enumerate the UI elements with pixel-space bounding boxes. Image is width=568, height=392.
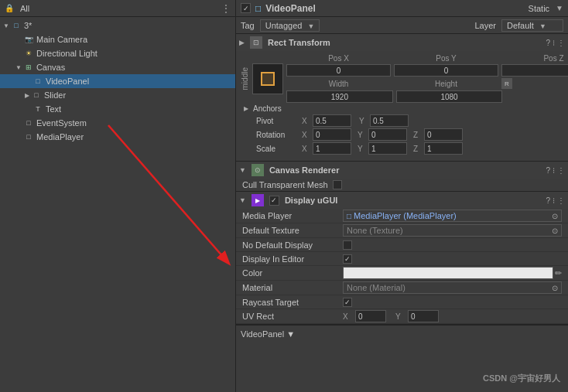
inspector-panel: ✓ □ VideoPanel Static ▼ Tag Untagged ▼ L…	[236, 0, 568, 392]
rot-z-field[interactable]	[424, 128, 463, 141]
width-field[interactable]	[286, 90, 393, 103]
raycast-target-label: Raycast Target	[242, 298, 343, 307]
scale-x-label: X	[302, 145, 311, 153]
checkbox-active[interactable]: ✓	[241, 3, 251, 13]
pivot-y-label: Y	[359, 117, 368, 125]
expand-anchors-icon[interactable]: ▶	[244, 105, 248, 112]
light-icon: ☀	[23, 48, 34, 59]
hierarchy-item-slider[interactable]: ▶ □ Slider	[0, 88, 235, 102]
hierarchy-item-mediaplayer[interactable]: □ MediaPlayer	[0, 130, 235, 144]
ugui-settings-icon[interactable]: ⁝	[553, 196, 555, 205]
layer-dropdown[interactable]: Default ▼	[501, 19, 563, 32]
scene-icon: □	[11, 20, 22, 31]
cull-checkbox[interactable]	[333, 180, 342, 189]
raycast-target-checkbox[interactable]	[343, 298, 352, 307]
pivot-x-field[interactable]	[313, 114, 351, 127]
rot-y-field[interactable]	[368, 128, 407, 141]
object-name: VideoPanel	[265, 3, 523, 14]
cull-row: Cull Transparent Mesh	[236, 179, 568, 191]
color-picker-icon[interactable]: ✏	[555, 268, 562, 278]
expand-canvas-icon: ▼	[15, 64, 22, 71]
static-dropdown-icon[interactable]: ▼	[556, 4, 563, 12]
display-ugui-title: Display uGUI	[285, 196, 543, 205]
ugui-menu-icon[interactable]: ⋮	[557, 196, 565, 205]
hierarchy-item-main-camera[interactable]: 📷 Main Camera	[0, 32, 235, 46]
uv-y-label: Y	[395, 312, 405, 321]
material-label: Material	[242, 283, 343, 292]
camera-icon: 📷	[23, 34, 34, 45]
rot-y-label: Y	[358, 131, 367, 139]
uv-x-field[interactable]	[355, 310, 386, 322]
tag-label: Tag	[241, 21, 255, 30]
r-button[interactable]: R	[501, 78, 512, 89]
media-player-field-value[interactable]: □ MediaPlayer (MediaPlayer) ⊙	[343, 210, 562, 222]
dir-light-label: Directional Light	[36, 49, 98, 58]
canvas-label: Canvas	[36, 63, 65, 72]
hierarchy-title: All	[20, 4, 29, 13]
mediaplayer-ref-circle[interactable]: ⊙	[552, 212, 558, 220]
hierarchy-item-text[interactable]: T Text	[0, 102, 235, 116]
hierarchy-item-videopanel[interactable]: □ VideoPanel	[0, 74, 235, 88]
anchor-preset-box[interactable]	[252, 63, 283, 94]
canvas-renderer-menu-icon[interactable]: ⋮	[557, 166, 565, 175]
rect-help-icon[interactable]: ?	[546, 39, 550, 47]
bottom-videopanel-label[interactable]: VideoPanel ▼	[241, 329, 295, 339]
no-default-display-checkbox[interactable]	[343, 240, 352, 250]
ugui-help-icon[interactable]: ?	[546, 196, 550, 205]
hierarchy-menu-icon[interactable]: ⋮	[221, 3, 231, 14]
hierarchy-header: 🔒 All ⋮	[0, 0, 235, 17]
default-texture-value[interactable]: None (Texture) ⊙	[343, 224, 562, 237]
eventsystem-icon: □	[23, 118, 34, 128]
videopanel-icon: □	[33, 76, 43, 87]
pos-z-header: Pos Z	[501, 54, 568, 63]
hierarchy-item-dir-light[interactable]: ☀ Directional Light	[0, 46, 235, 60]
scale-z-field[interactable]	[424, 142, 463, 155]
tag-dropdown[interactable]: Untagged ▼	[260, 19, 320, 32]
display-in-editor-checkbox[interactable]	[343, 254, 352, 264]
uv-x-label: X	[343, 312, 352, 321]
uv-y-field[interactable]	[408, 310, 439, 322]
mediaplayer-icon: □	[23, 131, 34, 142]
canvas-renderer-section: ▼ ⊙ Canvas Renderer ? ⁝ ⋮ Cull Transpare…	[236, 162, 568, 192]
width-header: Width	[286, 80, 391, 88]
ugui-plugin-icon: ▶	[251, 194, 264, 206]
rot-x-field[interactable]	[313, 128, 351, 141]
ugui-checkbox[interactable]: ✓	[269, 196, 279, 206]
default-texture-row: Default Texture None (Texture) ⊙	[236, 223, 568, 238]
pos-x-field[interactable]	[286, 64, 391, 77]
hierarchy-item-eventsystem[interactable]: □ EventSystem	[0, 116, 235, 130]
pos-z-field[interactable]	[501, 64, 568, 77]
material-ref-circle[interactable]: ⊙	[552, 284, 558, 292]
hierarchy-item-canvas[interactable]: ▼ ⊞ Canvas	[0, 60, 235, 74]
display-ugui-header[interactable]: ▼ ▶ ✓ Display uGUI ? ⁝ ⋮	[236, 192, 568, 209]
material-value[interactable]: None (Material) ⊙	[343, 281, 562, 294]
scene-label: 3*	[24, 21, 32, 30]
scale-y-field[interactable]	[368, 142, 407, 155]
expand-canvas-renderer-icon: ▼	[239, 166, 246, 174]
height-field[interactable]	[396, 90, 503, 103]
layer-label: Layer	[474, 21, 496, 30]
pivot-y-field[interactable]	[370, 114, 409, 127]
rect-transform-header[interactable]: ▶ ⊡ Rect Transform ? ⁝ ⋮	[236, 34, 568, 51]
slider-icon: □	[31, 90, 42, 101]
expand-rect-icon: ▶	[239, 39, 245, 46]
canvas-renderer-header[interactable]: ▼ ⊙ Canvas Renderer ? ⁝ ⋮	[236, 162, 568, 179]
scale-label: Scale	[256, 145, 299, 153]
texture-ref-circle[interactable]: ⊙	[552, 227, 558, 235]
expand-ugui-icon: ▼	[239, 196, 246, 204]
pos-x-header: Pos X	[286, 54, 391, 63]
main-camera-label: Main Camera	[36, 35, 87, 44]
rect-transform-section: ▶ ⊡ Rect Transform ? ⁝ ⋮ middle	[236, 34, 568, 162]
middle-label: middle	[241, 67, 249, 90]
hierarchy-item-scene[interactable]: ▼ □ 3*	[0, 19, 235, 32]
rect-menu-icon[interactable]: ⋮	[557, 39, 565, 47]
color-row: Color ✏	[236, 266, 568, 281]
scale-x-field[interactable]	[313, 142, 351, 155]
color-picker[interactable]	[343, 267, 553, 279]
pos-y-field[interactable]	[394, 64, 498, 77]
canvas-renderer-help-icon[interactable]: ?	[546, 166, 550, 175]
lock-icon: 🔒	[5, 4, 14, 12]
canvas-renderer-settings-icon[interactable]: ⁝	[553, 166, 555, 175]
tag-layer-row: Tag Untagged ▼ Layer Default ▼	[236, 17, 568, 34]
rect-settings-icon[interactable]: ⁝	[553, 39, 555, 47]
